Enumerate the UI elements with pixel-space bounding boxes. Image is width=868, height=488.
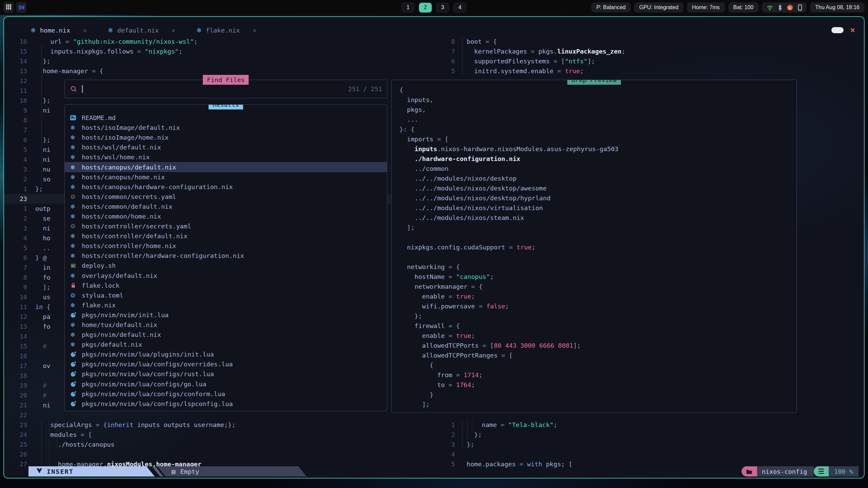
module-power-profile: P: Balanced	[591, 2, 631, 13]
code-text: in	[35, 263, 51, 272]
tabs: ❄home.nix×❄default.nix×❄flake.nix×	[31, 26, 277, 34]
line-number: 16	[4, 37, 27, 46]
result-item[interactable]: ⚙hosts/common/secrets.yaml	[65, 192, 387, 202]
result-item[interactable]: pkgs/nvim/nvim/lua/plugins/init.lua	[65, 349, 387, 359]
tab-title: flake.nix	[206, 27, 240, 34]
tab-home.nix[interactable]: ❄home.nix×	[31, 26, 87, 34]
result-filename: hosts/isoImage/home.nix	[82, 134, 169, 141]
preview-line: pkgs,	[399, 105, 796, 115]
result-item[interactable]: ❄hosts/isoImage/default.nix	[65, 123, 387, 133]
result-item[interactable]: ❄home/tux/default.nix	[65, 320, 387, 330]
code-text: boot = {	[459, 37, 497, 46]
project-name: nixos-config	[757, 466, 814, 476]
nix-file-icon: ❄	[70, 252, 82, 259]
system-top-bar: $W 1234 P: BalancedGPU: IntegratedHome: …	[0, 0, 868, 15]
result-item[interactable]: ❄hosts/common/home.nix	[65, 211, 387, 221]
result-item[interactable]: M↓README.md	[65, 113, 387, 123]
line-number: 1	[441, 420, 455, 430]
workspace-button-3[interactable]: 3	[436, 3, 449, 13]
line-number: 5	[4, 243, 27, 253]
module-battery: Bat: 100	[728, 2, 759, 13]
result-item[interactable]: ❄overlays/default.nix	[65, 271, 387, 281]
code-text: #	[35, 381, 46, 390]
preview-line: {	[399, 360, 796, 370]
wifi-icon[interactable]	[766, 4, 773, 11]
code-line: 15 inputs.nixpkgs.follows = "nixpkgs";	[4, 46, 441, 56]
workspace-button-1[interactable]: 1	[402, 3, 415, 13]
code-text: in {	[35, 302, 51, 312]
tab-close-button[interactable]: ×	[172, 27, 175, 34]
gear-gray-file-icon: ⚙	[70, 223, 82, 230]
result-item[interactable]: pkgs/nvim/nvim/lua/configs/overrides.lua	[65, 359, 387, 369]
workspace-button-4[interactable]: 4	[454, 3, 467, 13]
results-list: M↓README.md❄hosts/isoImage/default.nix❄h…	[65, 113, 387, 409]
result-item[interactable]: ❄hosts/controller/hardware-configuration…	[65, 251, 387, 261]
buffer-segment: ▤ Empty	[157, 466, 307, 476]
result-item[interactable]: pkgs/nvim/nvim/lua/configs/go.lua	[65, 379, 387, 389]
result-filename: pkgs/default.nix	[82, 341, 142, 348]
code-line: 23 specialArgs = {inherit inputs outputs…	[4, 420, 441, 430]
result-item-selected[interactable]: ❄hosts/canopus/default.nix	[65, 162, 387, 172]
search-input[interactable]	[82, 85, 83, 93]
folder-icon	[742, 466, 757, 476]
result-item[interactable]: pkgs/nvim/nvim/lua/configs/conform.lua	[65, 389, 387, 399]
result-item[interactable]: pkgs/nvim/nvim/lua/configs/lspconfig.lua	[65, 399, 387, 409]
code-text: };	[35, 184, 43, 194]
result-item[interactable]: pkgs/nvim/nvim/lua/configs/rust.lua	[65, 369, 387, 379]
preview-line: inputs,	[399, 95, 796, 105]
lua-file-icon	[70, 401, 82, 407]
code-text: outp	[35, 204, 51, 214]
media-icon[interactable]	[787, 4, 793, 11]
nix-file-icon: ❄	[70, 302, 82, 309]
result-filename: pkgs/nvim/nvim/lua/configs/lspconfig.lua	[82, 400, 233, 407]
result-item[interactable]: ⚙stylua.toml	[65, 290, 387, 300]
nix-file-icon: ❄	[70, 232, 82, 240]
code-line: 22	[4, 410, 441, 420]
phone-icon[interactable]	[798, 4, 802, 11]
result-item[interactable]: ⚙hosts/controller/secrets.yaml	[65, 221, 387, 231]
preview-line: allowedTCPPortRanges = [	[399, 350, 796, 360]
result-item[interactable]: ❄hosts/isoImage/home.nix	[65, 133, 387, 142]
wm-logo-button[interactable]: $W	[16, 2, 26, 13]
tab-default.nix[interactable]: ❄default.nix×	[108, 26, 175, 34]
bluetooth-icon[interactable]	[778, 4, 782, 11]
result-item[interactable]: ❄hosts/controller/default.nix	[65, 231, 387, 241]
topbar-left: $W	[3, 2, 26, 13]
tab-flake.nix[interactable]: ❄flake.nix×	[196, 26, 256, 34]
result-item[interactable]: ❄hosts/wsl/home.nix	[65, 152, 387, 162]
code-text: kernelPackages = pkgs.linuxPackages_zen;	[459, 46, 625, 56]
workspace-button-2[interactable]: 2	[419, 3, 432, 13]
line-number: 5	[4, 145, 27, 155]
result-item[interactable]: ❄pkgs/default.nix	[65, 340, 387, 349]
preview-line: from = 1714;	[399, 370, 796, 380]
result-item[interactable]: deploy.sh	[65, 261, 387, 270]
vim-icon	[36, 467, 43, 475]
line-number: 7	[441, 46, 455, 56]
code-text: specialArgs = {inherit inputs outputs us…	[35, 420, 235, 430]
result-item[interactable]: ❄hosts/controller/home.nix	[65, 241, 387, 251]
line-number: 9	[4, 282, 27, 292]
preview-line: };	[399, 311, 796, 321]
result-filename: hosts/canopus/default.nix	[82, 164, 176, 171]
line-number: 8	[4, 272, 27, 282]
result-item[interactable]: ❄pkgs/nvim/default.nix	[65, 330, 387, 340]
result-item[interactable]: flake.lock	[65, 281, 387, 290]
search-icon	[70, 85, 77, 93]
result-item[interactable]: ❄flake.nix	[65, 300, 387, 310]
result-item[interactable]: ❄hosts/common/default.nix	[65, 202, 387, 211]
result-item[interactable]: ❄hosts/canopus/hardware-configuration.ni…	[65, 182, 387, 192]
workspace-switcher: 1234	[402, 3, 467, 13]
result-item[interactable]: ❄hosts/wsl/default.nix	[65, 142, 387, 152]
window-close-button[interactable]: ×	[850, 26, 855, 34]
code-line: 2 };	[441, 430, 862, 440]
tab-close-button[interactable]: ×	[83, 27, 87, 34]
code-text: ni	[35, 155, 51, 164]
result-item[interactable]: ❄hosts/canopus/home.nix	[65, 172, 387, 182]
result-item[interactable]: pkgs/nvim/nvim/init.lua	[65, 310, 387, 320]
app-launcher-button[interactable]	[3, 2, 14, 13]
window-pill-icon[interactable]	[831, 27, 844, 33]
tab-close-button[interactable]: ×	[253, 27, 256, 34]
code-line: 25 ./hosts/canopus	[4, 440, 441, 449]
result-filename: hosts/common/home.nix	[82, 213, 161, 220]
lua-file-icon	[70, 391, 82, 397]
